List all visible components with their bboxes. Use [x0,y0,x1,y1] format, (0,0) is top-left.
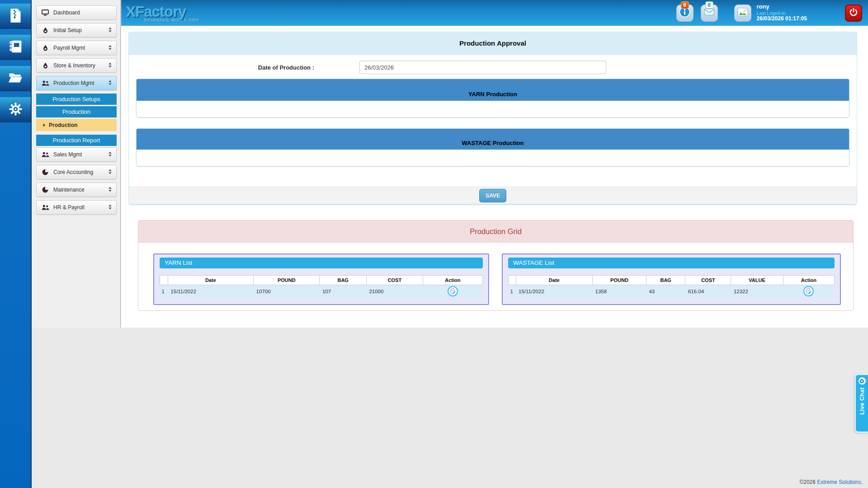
rail-tile-folder[interactable] [0,66,31,91]
column-header: VALUE [731,276,783,285]
app-logo[interactable]: XFactory SPINNING MILLS ERP [126,4,199,22]
page-title: Production Approval [129,32,857,55]
approval-form: Date of Production : YARN Production WAS… [129,55,857,187]
sidebar-item-initial-setup[interactable]: Initial Setup [36,23,117,38]
yarn-production-section: YARN Production [136,79,849,117]
main-content: Production Approval Date of Production :… [121,26,868,328]
column-header: Date [516,276,592,285]
column-header: COST [366,276,423,285]
expand-chevrons-icon [108,61,112,70]
rail-tile-zip-document[interactable] [0,4,31,29]
sidebar-item-label: Production Mgmt [53,80,108,86]
power-icon [849,8,858,19]
expand-chevrons-icon [108,203,112,211]
column-header: BAG [646,276,685,285]
column-header: Date [168,276,253,285]
sidebar-item-label: Dashboard [53,9,112,16]
table-cell: 1358 [593,285,646,298]
copyright: ©2026 Extreme Solutions. [799,479,863,485]
yarn-production-title: YARN Production [137,79,849,101]
people-icon [41,80,50,86]
sidebar-item-store-inventory[interactable]: Store & Inventory [36,58,117,73]
app-header: XFactory SPINNING MILLS ERP 0 0 rony Las… [121,0,868,26]
user-info: rony Last Loged-in: 26/03/2026 01:17:05 [757,4,807,22]
people-icon [41,205,50,210]
sidebar-section-production[interactable]: Production [36,106,117,117]
column-header: POUND [254,276,320,285]
table-cell: 1 [509,285,516,298]
table-row: 115/11/20221070010721000 [160,285,483,298]
wastage-list-card: WASTAGE List DatePOUNDBAGCOSTVALUEAction… [502,253,841,305]
notebook-icon [8,39,23,56]
yarn-list-table: DatePOUNDBAGCOSTAction115/11/20221070010… [160,275,483,298]
edit-row-button[interactable] [448,286,458,296]
photo-icon [737,8,748,19]
column-header: Action [783,276,834,285]
last-login-value: 26/03/2026 01:17:05 [757,16,807,22]
messages-badge: 0 [705,1,713,9]
live-chat-label: Live Chat [859,387,865,415]
sidebar-subitem-label: Production [49,122,77,128]
expand-chevrons-icon [108,150,112,159]
droplet-icon [41,45,50,51]
envelope-icon [704,9,714,17]
production-approval-panel: Production Approval Date of Production :… [128,32,857,205]
sidebar-subitem-production[interactable]: Production [36,119,117,131]
wastage-production-title: WASTAGE Production [137,129,849,150]
notifications-badge: 0 [681,1,689,9]
form-footer: SAVE [129,187,857,205]
sidebar-item-label: Sales Mgmt [53,151,108,158]
droplet-icon [41,62,50,69]
sidebar-item-production-mgmt[interactable]: Production Mgmt [36,76,117,90]
sidebar-item-maintenance[interactable]: Maintenance [36,183,117,197]
edit-row-button[interactable] [803,286,814,296]
user-name: rony [757,4,807,10]
sidebar-item-core-accounting[interactable]: Core Accounting [36,165,117,179]
pie-icon [41,187,50,193]
messages-button[interactable]: 0 [701,5,718,22]
sidebar-section-production-report[interactable]: Production Report [36,135,117,146]
brand-tagline: SPINNING MILLS ERP [144,18,199,22]
notifications-button[interactable]: 0 [676,5,693,22]
yarn-production-body [137,101,849,117]
icon-rail [0,0,32,488]
wastage-production-body [137,150,849,166]
yarn-list-title: YARN List [160,258,483,268]
avatar-button[interactable] [734,5,751,22]
table-cell: 15/11/2022 [516,285,592,298]
sidebar-section-production-setups[interactable]: Production Setups [36,94,117,105]
copyright-year: ©2026 [799,479,816,485]
column-header [160,276,168,285]
rail-tile-notebook[interactable] [0,35,31,60]
sidebar-item-label: Store & Inventory [53,62,108,69]
save-button[interactable]: SAVE [479,189,506,202]
table-cell: 43 [646,285,685,298]
sidebar-item-label: Maintenance [53,187,108,193]
table-cell: 107 [320,285,367,298]
brand-name: XFactory [126,4,199,19]
sidebar-item-label: Core Accounting [53,169,108,175]
settings-gear-icon [9,102,23,118]
column-header: Action [423,276,482,285]
column-header: POUND [593,276,646,285]
table-cell: 1 [160,285,168,298]
monitor-icon [41,9,50,16]
table-cell: 21000 [366,285,423,298]
chat-bubble-icon [859,377,866,385]
sidebar-item-hr-payroll[interactable]: HR & Payroll [36,200,117,215]
company-link[interactable]: Extreme Solutions. [817,479,863,485]
logout-button[interactable] [845,5,862,22]
sidebar-item-label: Initial Setup [53,27,108,33]
sidebar-item-dashboard[interactable]: Dashboard [36,5,117,20]
date-of-production-input[interactable] [359,61,606,74]
sidebar-item-payroll-mgmt[interactable]: Payroll Mgmt [36,41,117,55]
rail-tile-settings-gear[interactable] [0,97,31,122]
expand-chevrons-icon [108,44,112,52]
live-chat-tab[interactable]: Live Chat [854,374,868,433]
wastage-list-table: DatePOUNDBAGCOSTVALUEAction115/11/202213… [508,275,835,298]
sidebar-item-sales-mgmt[interactable]: Sales Mgmt [36,147,117,162]
yarn-list-card: YARN List DatePOUNDBAGCOSTAction115/11/2… [153,253,489,305]
sidebar-menu: DashboardInitial SetupPayroll MgmtStore … [32,0,121,328]
wastage-production-section: WASTAGE Production [136,128,849,166]
expand-chevrons-icon [108,26,112,34]
